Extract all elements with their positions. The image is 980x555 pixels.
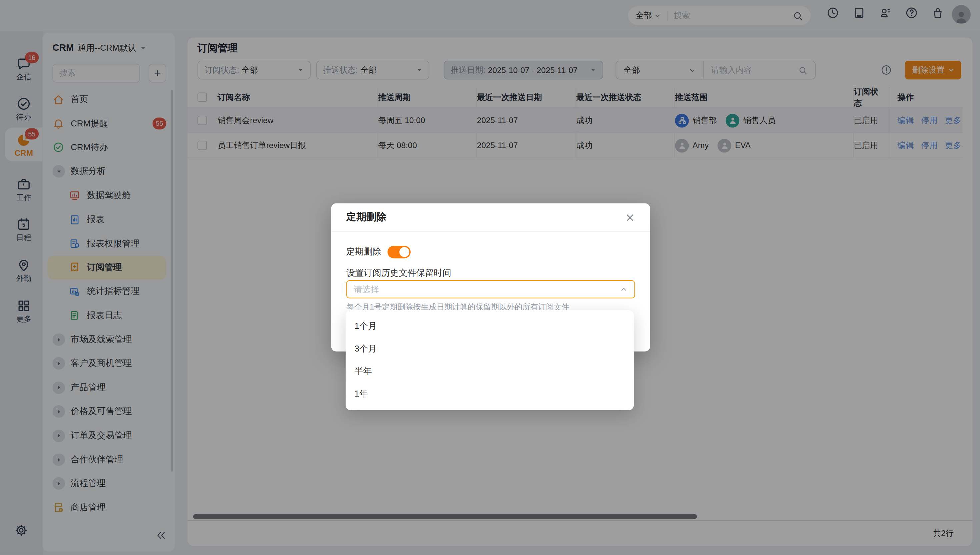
dropdown-option[interactable]: 1个月 bbox=[346, 315, 634, 338]
retention-select[interactable]: 请选择 bbox=[346, 280, 635, 298]
toggle-label: 定期删除 bbox=[346, 247, 381, 258]
dropdown-option[interactable]: 3个月 bbox=[346, 338, 634, 361]
retention-field-label: 设置订阅历史文件保留时间 bbox=[346, 268, 451, 279]
modal-header: 定期删除 bbox=[331, 203, 650, 232]
dropdown-option[interactable]: 1年 bbox=[346, 383, 634, 406]
modal-title: 定期删除 bbox=[346, 211, 386, 224]
close-icon[interactable] bbox=[625, 212, 635, 223]
app-window: 全部 搜索 16企信待办55CRM工作5日程外勤更多 CRM 通用--CRM默认… bbox=[0, 0, 980, 555]
toggle-row: 定期删除 bbox=[346, 246, 411, 258]
chevron-up-icon bbox=[620, 286, 628, 293]
periodic-delete-toggle[interactable] bbox=[388, 246, 411, 258]
retention-dropdown: 1个月3个月半年1年 bbox=[346, 310, 634, 410]
dropdown-option[interactable]: 半年 bbox=[346, 360, 634, 383]
